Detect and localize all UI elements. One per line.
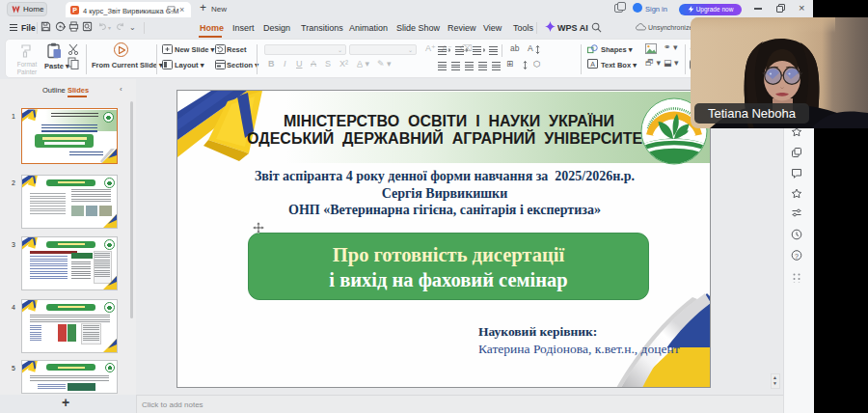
svg-text:?: ? [795, 253, 799, 260]
